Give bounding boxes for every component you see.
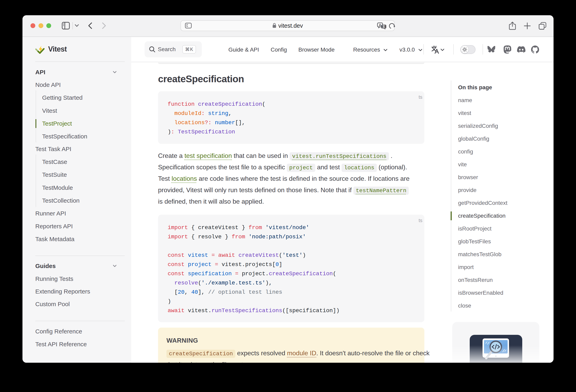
svg-text:A: A xyxy=(379,23,381,27)
svg-text:文: 文 xyxy=(382,25,385,28)
